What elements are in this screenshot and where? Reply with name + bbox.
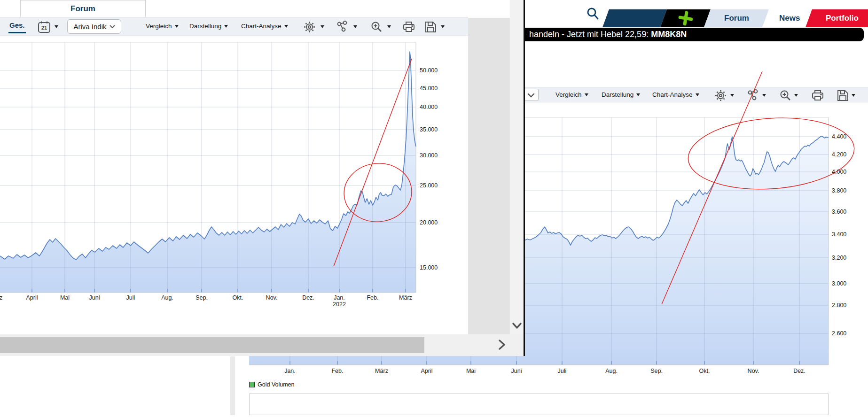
y-axis-label: 4.400	[832, 133, 846, 140]
legend-swatch	[249, 382, 255, 387]
x-axis-label: April	[413, 368, 441, 374]
stock-chart-window: Forum Ges. 21 Ariva Indik Vergleich Dars…	[0, 0, 525, 356]
scroll-down-icon[interactable]	[512, 322, 522, 330]
x-axis-label: Okt.	[224, 294, 252, 301]
window-edge-strip	[230, 356, 235, 415]
y-axis-label: 3.000	[832, 280, 846, 287]
legend-label: Gold Volumen	[258, 381, 295, 388]
x-axis-label: Juni	[80, 294, 109, 301]
x-axis-label: Jan.	[276, 368, 304, 374]
x-axis-label: März	[368, 368, 396, 374]
y-axis-label: 25.000	[420, 182, 438, 189]
y-axis-label: 45.000	[420, 85, 438, 92]
x-axis-label: Feb.	[359, 294, 387, 301]
window-filler-area	[468, 18, 510, 334]
vertical-scrollbar[interactable]	[510, 0, 524, 334]
x-axis-label: Nov.	[739, 368, 767, 374]
x-axis-label: Nov.	[258, 294, 286, 301]
x-axis-label: Sep.	[188, 294, 216, 301]
y-axis-label: 4.200	[832, 151, 846, 158]
x-axis-label: Aug.	[597, 368, 626, 374]
y-axis-label: 15.000	[420, 264, 438, 271]
scrollbar-thumb[interactable]	[0, 337, 424, 353]
y-axis-label: 2.800	[832, 302, 846, 309]
x-axis-label: April	[18, 294, 46, 301]
scroll-right-icon[interactable]	[498, 339, 506, 350]
x-axis-label: Feb.	[323, 368, 352, 374]
y-axis-label: 20.000	[420, 219, 438, 226]
y-axis-label: 35.000	[420, 126, 438, 133]
y-axis-label: 2.600	[832, 330, 846, 337]
legend-gold-volumen: Gold Volumen	[249, 381, 295, 388]
x-axis-label: März	[391, 294, 420, 301]
y-axis-label: 50.000	[420, 67, 438, 74]
y-axis-label: 3.600	[832, 208, 846, 215]
x-axis-label: Juni	[502, 368, 531, 374]
y-axis-label: 3.200	[832, 255, 846, 261]
volume-panel	[249, 394, 829, 415]
x-axis-label: Dez.	[294, 294, 322, 301]
screenshot-root: { "app": {"accent_navy": "#0d3e63", "ann…	[0, 0, 868, 417]
y-axis-label: 4.000	[832, 169, 846, 175]
y-axis-label: 30.000	[420, 152, 438, 159]
x-axis-label: Mai	[457, 368, 485, 374]
x-axis-label: Jan.2022	[325, 294, 353, 308]
x-axis-label: Juli	[117, 294, 145, 301]
x-axis-label: Aug.	[153, 294, 181, 301]
x-axis-label: Sep.	[642, 368, 671, 374]
y-axis-label: 3.400	[832, 231, 846, 238]
x-axis-label: z	[0, 294, 15, 301]
x-axis-label: Okt.	[690, 368, 719, 374]
x-axis-label: Juli	[548, 368, 576, 374]
x-axis-label: Dez.	[785, 368, 813, 374]
x-axis-label: Mai	[51, 294, 79, 301]
horizontal-scrollbar[interactable]	[0, 334, 524, 356]
stock-price-chart[interactable]	[0, 0, 524, 356]
y-axis-label: 40.000	[420, 104, 438, 110]
y-axis-label: 3.800	[832, 187, 846, 194]
